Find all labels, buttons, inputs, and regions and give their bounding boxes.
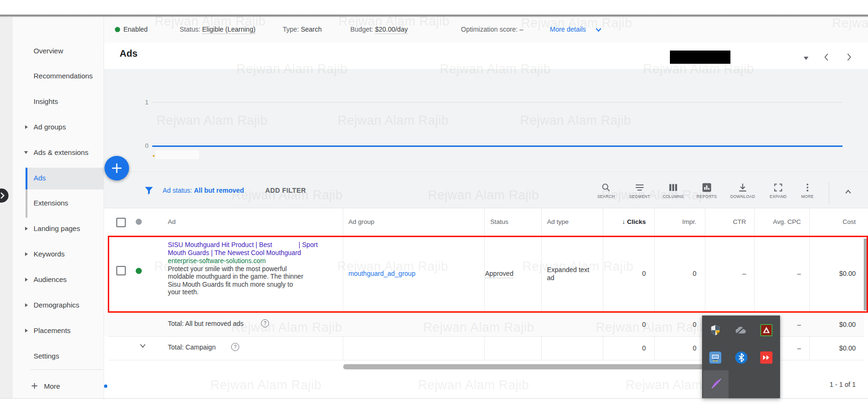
left-rail (0, 17, 13, 398)
expand-total-chevron[interactable] (139, 342, 147, 350)
column-header-impressions[interactable]: Impr. (657, 218, 696, 225)
add-filter-button[interactable]: ADD FILTER (265, 187, 306, 194)
feather-pen-icon[interactable] (709, 376, 721, 389)
sidebar-item-landing-pages[interactable]: Landing pages (34, 224, 80, 232)
column-divider (603, 208, 603, 360)
sidebar-item-settings[interactable]: Settings (34, 352, 59, 360)
enabled-status-icon (115, 27, 120, 32)
campaign-status[interactable]: Status: Eligible (Learning) (180, 26, 255, 33)
date-range-dropdown[interactable] (804, 57, 808, 60)
bottom-strip (0, 398, 868, 410)
watermark: Rejwan Alam Rajib (210, 378, 321, 393)
help-icon[interactable]: ? (261, 319, 269, 327)
filter-funnel-icon (144, 185, 154, 196)
ad-description: Protect your smile with the most powerfu… (168, 265, 306, 297)
horizontal-scrollbar[interactable] (343, 364, 703, 369)
sidebar-selected-indicator (26, 168, 27, 189)
column-header-ad-group[interactable]: Ad group (348, 218, 374, 225)
chevron-right-icon (25, 329, 28, 333)
sidebar-expand-button[interactable] (0, 188, 9, 203)
chart-series-line (152, 145, 842, 147)
help-icon[interactable]: ? (231, 343, 239, 351)
y-axis-tick-0: 0 (132, 142, 148, 149)
total-row-label: Total: All but removed ads (168, 320, 243, 327)
chart-gridline (152, 102, 842, 102)
y-axis-tick-1: 1 (132, 99, 148, 106)
column-header-ctr[interactable]: CTR (706, 218, 746, 225)
page-title: Ads (120, 48, 138, 59)
vertical-scrollbar[interactable] (864, 239, 867, 310)
cloud-offline-icon[interactable] (735, 325, 747, 337)
ad-group-link[interactable]: mouthguard_ad_group (348, 270, 416, 277)
sidebar-item-ads[interactable]: Ads (34, 174, 46, 182)
sidebar-item-extensions[interactable]: Extensions (34, 199, 68, 207)
column-divider (809, 208, 810, 360)
sidebar-item-placements[interactable]: Placements (34, 326, 70, 334)
sidebar-scrollbar[interactable] (26, 189, 27, 218)
bluetooth-icon[interactable] (735, 351, 747, 364)
sidebar-item-overview[interactable]: Overview (34, 47, 63, 55)
download-button[interactable]: DOWNLOAD (729, 182, 757, 199)
text-redaction (274, 242, 297, 247)
ad-type-cell: Expanded text ad (547, 266, 596, 282)
collapse-table-button[interactable] (843, 187, 853, 196)
campaign-type: Type: Search (283, 26, 322, 33)
top-white-strip (0, 0, 868, 15)
ad-headline-line2[interactable]: Mouth Guards | The Newest Cool Mouthguar… (168, 249, 301, 256)
more-button[interactable]: MORE (793, 182, 822, 199)
chevron-right-icon (25, 278, 28, 282)
search-icon (601, 182, 611, 193)
row-checkbox[interactable] (116, 266, 126, 275)
more-details-button[interactable]: More details (550, 26, 586, 33)
legend-dot (153, 155, 155, 157)
campaign-cost-cell: $0.00 (810, 344, 856, 352)
ad-headline-line1[interactable]: SISU Mouthguard Hit Product | Best| Spor… (168, 241, 318, 248)
sidebar-divider (30, 369, 103, 370)
column-divider (654, 208, 655, 360)
download-icon (738, 182, 748, 193)
previous-date-range-button[interactable] (822, 52, 832, 62)
network-computer-icon[interactable] (709, 351, 721, 364)
more-vertical-icon (802, 182, 813, 193)
column-header-status[interactable]: Status (490, 218, 508, 225)
sidebar-item-audiences[interactable]: Audiences (34, 275, 67, 283)
column-header-clicks[interactable]: ↓ Clicks (605, 218, 646, 225)
sidebar-item-keywords[interactable]: Keywords (34, 250, 65, 258)
columns-button[interactable]: COLUMNS (659, 182, 687, 199)
campaign-state[interactable]: Enabled (123, 26, 148, 33)
sidebar: Overview Recommendations Insights Ad gro… (13, 17, 104, 398)
sidebar-item-insights[interactable]: Insights (34, 97, 58, 105)
segment-icon (634, 182, 645, 193)
select-all-checkbox[interactable] (116, 218, 126, 227)
reports-button[interactable]: REPORTS (693, 182, 721, 199)
remote-app-icon[interactable] (760, 351, 773, 364)
sidebar-item-ads-extensions[interactable]: Ads & extensions (34, 148, 88, 156)
reports-icon (702, 182, 712, 193)
expand-button[interactable]: EXPAND (764, 182, 792, 199)
chevron-down-icon[interactable] (595, 26, 602, 33)
windows-security-shield-icon[interactable] (709, 324, 721, 336)
next-date-range-button[interactable] (843, 52, 854, 62)
campaign-budget[interactable]: Budget: $20.00/day (350, 26, 408, 33)
ad-display-url: enterprise-software-solutions.com (168, 257, 266, 265)
column-header-cost[interactable]: Cost (810, 218, 856, 225)
total-campaign-label: Total: Campaign (168, 343, 216, 351)
chevron-right-icon (25, 303, 28, 307)
ad-status-filter-chip[interactable]: Ad status: All but removed (163, 187, 244, 194)
sidebar-item-demographics[interactable]: Demographics (34, 301, 79, 309)
column-header-avg-cpc[interactable]: Avg. CPC (755, 218, 801, 225)
column-header-ad-type[interactable]: Ad type (547, 218, 569, 225)
antivirus-app-icon[interactable] (760, 324, 773, 336)
page-header (104, 43, 868, 69)
chevron-right-icon (25, 125, 28, 129)
ad-approval-status[interactable]: Approved (485, 270, 513, 277)
chevron-right-icon (25, 227, 28, 231)
column-header-ad[interactable]: Ad (168, 218, 176, 225)
sidebar-item-recommendations[interactable]: Recommendations (34, 72, 93, 80)
search-button[interactable]: SEARCH (592, 182, 620, 199)
clicks-cell: 0 (605, 270, 646, 277)
segment-button[interactable]: SEGMENT (625, 182, 654, 199)
sidebar-item-ad-groups[interactable]: Ad groups (34, 123, 66, 131)
sidebar-item-more[interactable]: More (44, 382, 60, 390)
add-ad-button[interactable] (104, 156, 129, 180)
